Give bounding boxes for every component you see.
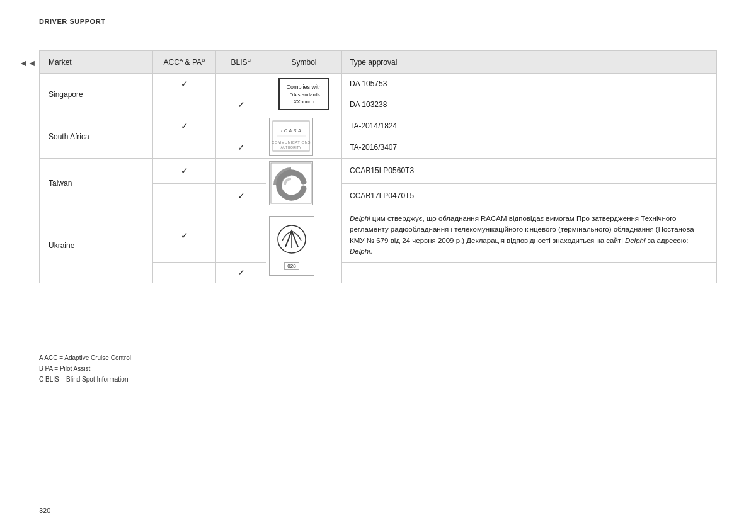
- page-header: DRIVER SUPPORT: [39, 18, 106, 25]
- blis-check-singapore-2: ✓: [216, 94, 266, 115]
- ukraine-approval-symbol: 028: [269, 216, 314, 276]
- market-ukraine: Ukraine: [40, 208, 153, 283]
- footnote-b-text: B PA = Pilot Assist: [39, 363, 90, 374]
- market-taiwan: Taiwan: [40, 159, 153, 208]
- table-row: South Africa ✓ I C A S A COMMUNICAT: [40, 115, 717, 137]
- taiwan-ncc-symbol: [269, 161, 313, 205]
- acc-check-singapore-2: [153, 94, 216, 115]
- acc-check-singapore-1: ✓: [153, 74, 216, 94]
- footnote-a-text: A ACC = Adaptive Cruise Control: [39, 353, 131, 363]
- blis-check-ukraine-1: [216, 208, 266, 263]
- blis-check-taiwan-2: ✓: [216, 183, 266, 208]
- footnote-c-text: C BLIS = Blind Spot Information: [39, 374, 128, 385]
- col-blis: BLISC: [216, 51, 266, 74]
- svg-text:AUTHORITY: AUTHORITY: [281, 145, 302, 149]
- nav-arrows: ◄◄: [19, 58, 37, 68]
- table-container: Market ACCA & PAB BLISC Symbol Type appr…: [39, 50, 717, 283]
- col-type: Type approval: [342, 51, 717, 74]
- col-symbol: Symbol: [266, 51, 342, 74]
- acc-check-taiwan-1: ✓: [153, 159, 216, 184]
- symbol-ukraine: 028: [266, 208, 342, 283]
- symbol-singapore: Complies with IDA standards XXnnnnn: [266, 74, 342, 115]
- symbol-south-africa: I C A S A COMMUNICATIONS AUTHORITY: [266, 115, 342, 159]
- type-sa-2: TA-2016/3407: [342, 137, 717, 159]
- svg-text:I C A S A: I C A S A: [281, 128, 301, 133]
- icasa-symbol: I C A S A COMMUNICATIONS AUTHORITY: [269, 118, 313, 156]
- col-market: Market: [40, 51, 153, 74]
- acc-check-taiwan-2: [153, 183, 216, 208]
- blis-check-taiwan-1: [216, 159, 266, 184]
- acc-check-sa-2: [153, 137, 216, 159]
- type-singapore-2: DA 103238: [342, 94, 717, 115]
- symbol-taiwan: [266, 159, 342, 208]
- blis-check-sa-1: [216, 115, 266, 137]
- table-row: Taiwan ✓: [40, 159, 717, 184]
- acc-check-ukraine-1: ✓: [153, 208, 216, 263]
- market-south-africa: South Africa: [40, 115, 153, 159]
- type-taiwan-2: CCAB17LP0470T5: [342, 183, 717, 208]
- table-row: Singapore ✓ Complies with IDA standards …: [40, 74, 717, 94]
- type-ukraine-text: Delphi цим стверджує, що обладнання RACA…: [342, 208, 717, 263]
- table-row: Ukraine ✓ 028: [40, 208, 717, 263]
- blis-check-singapore-1: [216, 74, 266, 94]
- market-singapore: Singapore: [40, 74, 153, 115]
- approval-table: Market ACCA & PAB BLISC Symbol Type appr…: [39, 50, 717, 283]
- type-taiwan-1: CCAB15LP0560T3: [342, 159, 717, 184]
- type-ukraine-2: [342, 263, 717, 283]
- footnotes: A ACC = Adaptive Cruise Control B PA = P…: [39, 353, 131, 385]
- col-acc-pa: ACCA & PAB: [153, 51, 216, 74]
- blis-check-ukraine-2: ✓: [216, 263, 266, 283]
- type-sa-1: TA-2014/1824: [342, 115, 717, 137]
- footnote-b: B PA = Pilot Assist: [39, 363, 131, 374]
- svg-text:COMMUNICATIONS: COMMUNICATIONS: [272, 140, 311, 144]
- ida-symbol: Complies with IDA standards XXnnnnn: [278, 78, 329, 110]
- ukraine-028-label: 028: [284, 262, 299, 270]
- footnote-c: C BLIS = Blind Spot Information: [39, 374, 131, 385]
- acc-check-ukraine-2: [153, 263, 216, 283]
- type-singapore-1: DA 105753: [342, 74, 717, 94]
- footnote-a: A ACC = Adaptive Cruise Control: [39, 353, 131, 363]
- blis-check-sa-2: ✓: [216, 137, 266, 159]
- page-number: 320: [39, 507, 50, 514]
- acc-check-sa-1: ✓: [153, 115, 216, 137]
